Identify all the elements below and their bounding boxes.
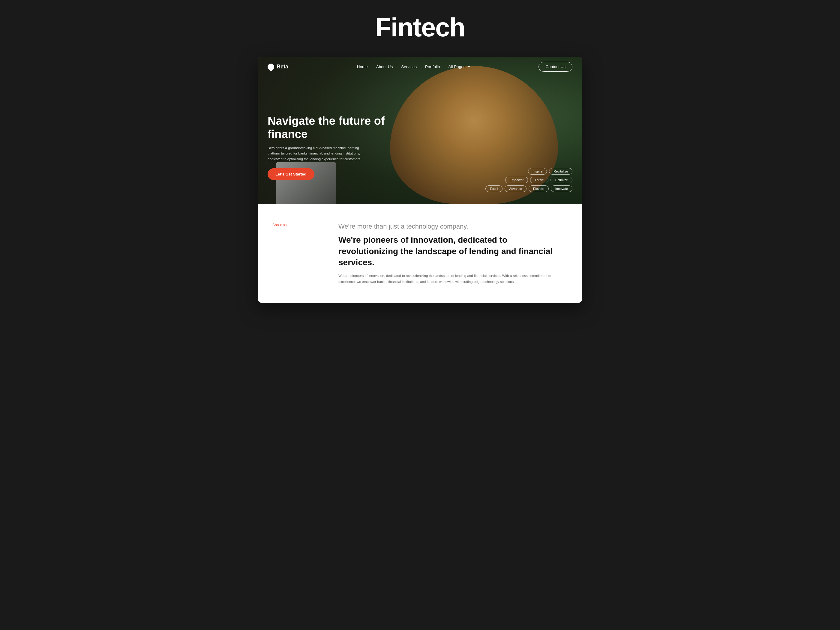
nav-logo[interactable]: Beta bbox=[268, 63, 288, 70]
about-right-col: We're more than just a technology compan… bbox=[338, 222, 568, 285]
hero-cta-button[interactable]: Let's Get Started bbox=[268, 168, 314, 180]
tag-innovate: Innovate bbox=[551, 185, 572, 192]
tag-optimize: Optimize bbox=[551, 177, 572, 183]
logo-text: Beta bbox=[276, 63, 288, 70]
hero-tags-row-3: Excel Advance Elevate Innovate bbox=[485, 185, 572, 192]
about-headline: We're pioneers of innovation, dedicated … bbox=[338, 234, 568, 268]
hero-tags-row-2: Empower Thrive Optimize bbox=[505, 177, 572, 183]
hero-headline: Navigate the future of finance bbox=[268, 115, 393, 141]
nav-services[interactable]: Services bbox=[401, 65, 417, 69]
tag-revitalize: Revitalize bbox=[549, 168, 572, 175]
logo-icon bbox=[266, 62, 275, 71]
page-title: Fintech bbox=[375, 12, 465, 43]
nav-home[interactable]: Home bbox=[357, 65, 368, 69]
about-section: About us We're more than just a technolo… bbox=[258, 204, 582, 303]
hero-subtext: Beta offers a groundbreaking cloud-based… bbox=[268, 145, 369, 162]
hero-content: Navigate the future of finance Beta offe… bbox=[268, 115, 393, 180]
tag-thrive: Thrive bbox=[530, 177, 548, 183]
navbar: Beta Home About Us Services Portfolio Al… bbox=[258, 57, 582, 76]
tag-elevate: Elevate bbox=[529, 185, 549, 192]
tag-empower: Empower bbox=[505, 177, 528, 183]
contact-us-button[interactable]: Contact Us bbox=[538, 62, 572, 72]
about-left-col: About us bbox=[272, 222, 321, 285]
hero-tags-row-1: Inspire Revitalize bbox=[528, 168, 572, 175]
nav-portfolio[interactable]: Portfolio bbox=[425, 65, 440, 69]
tag-advance: Advance bbox=[505, 185, 526, 192]
nav-links: Home About Us Services Portfolio All Pag… bbox=[357, 65, 470, 69]
nav-all-pages-label: All Pages bbox=[448, 65, 466, 69]
tag-excel: Excel bbox=[485, 185, 502, 192]
about-body: We are pioneers of innovation, dedicated… bbox=[338, 273, 568, 285]
nav-about[interactable]: About Us bbox=[376, 65, 393, 69]
about-tagline: We're more than just a technology compan… bbox=[338, 222, 568, 231]
browser-window: Beta Home About Us Services Portfolio Al… bbox=[258, 57, 582, 303]
chevron-down-icon bbox=[468, 66, 470, 68]
tag-inspire: Inspire bbox=[528, 168, 547, 175]
nav-all-pages[interactable]: All Pages bbox=[448, 65, 470, 69]
hero-tags: Inspire Revitalize Empower Thrive Optimi… bbox=[485, 168, 572, 192]
about-section-label: About us bbox=[272, 223, 286, 227]
hero-section: Beta Home About Us Services Portfolio Al… bbox=[258, 57, 582, 204]
